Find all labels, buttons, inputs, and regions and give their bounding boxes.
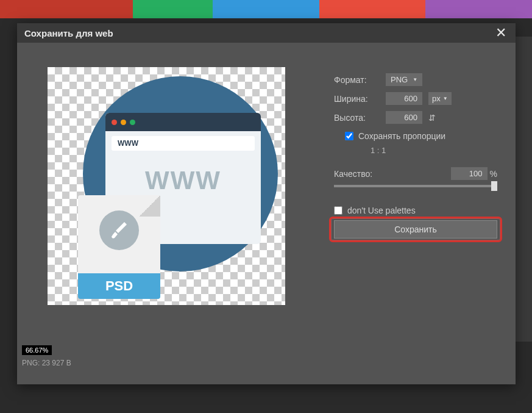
palettes-row: don't Use palettes: [334, 206, 497, 215]
save-button-row: Сохранить: [334, 220, 497, 239]
preview-area: WWW WWW PSD 66.67% PNG: 23 927 B: [17, 43, 322, 384]
preview-canvas: WWW WWW PSD: [48, 67, 285, 305]
width-row: Ширина: px ▼: [334, 92, 497, 105]
quality-row: Качество: %: [334, 167, 497, 180]
psd-file-icon: PSD: [78, 195, 160, 299]
aspect-ratio-text: 1 : 1: [371, 146, 497, 155]
palettes-checkbox[interactable]: [334, 206, 342, 215]
keep-proportions-checkbox[interactable]: [345, 132, 353, 140]
keep-proportions-label: Сохранять пропорции: [358, 131, 445, 141]
slider-thumb[interactable]: [491, 181, 497, 191]
swap-dimensions-icon[interactable]: ⇵: [428, 113, 436, 123]
settings-panel: Формат: PNG ▼ Ширина: px ▼ Высота: ⇵: [322, 43, 516, 384]
width-unit-select[interactable]: px ▼: [428, 92, 452, 105]
width-label: Ширина:: [334, 94, 380, 104]
quality-input[interactable]: [451, 167, 488, 180]
file-fold-corner: [139, 195, 160, 217]
window-dot-green: [130, 120, 135, 125]
chevron-down-icon: ▼: [443, 96, 448, 101]
save-button[interactable]: Сохранить: [334, 220, 497, 239]
format-value: PNG: [391, 75, 408, 84]
app-color-bar: [0, 0, 532, 18]
format-label: Формат:: [334, 75, 380, 85]
window-dot-red: [112, 120, 117, 125]
close-icon[interactable]: ✕: [494, 26, 508, 40]
format-select[interactable]: PNG ▼: [386, 73, 422, 86]
height-row: Высота: ⇵: [334, 111, 497, 124]
height-input[interactable]: [386, 111, 422, 124]
dialog-title: Сохранить для web: [24, 28, 113, 38]
psd-badge: PSD: [78, 273, 160, 299]
browser-url-bar: WWW: [112, 136, 255, 151]
chevron-down-icon: ▼: [413, 77, 417, 82]
zoom-level: 66.67%: [22, 345, 52, 355]
dialog-body: WWW WWW PSD 66.67% PNG: 23 927 B: [17, 43, 516, 384]
format-row: Формат: PNG ▼: [334, 73, 497, 86]
palettes-label: don't Use palettes: [347, 206, 416, 215]
save-for-web-dialog: Сохранить для web ✕ WWW WWW: [17, 23, 516, 384]
file-size-info: PNG: 23 927 B: [22, 359, 71, 367]
proportions-row: Сохранять пропорции: [345, 131, 497, 141]
dialog-header: Сохранить для web ✕: [17, 23, 516, 43]
window-dot-yellow: [121, 120, 126, 125]
height-label: Высота:: [334, 113, 380, 123]
width-unit: px: [432, 94, 441, 103]
quality-unit: %: [490, 169, 497, 179]
brush-icon: [99, 210, 139, 250]
quality-slider[interactable]: [334, 185, 497, 187]
right-side-panel: [516, 37, 532, 342]
www-text: WWW: [105, 166, 261, 195]
quality-value-group: %: [451, 167, 497, 180]
width-input[interactable]: [386, 92, 422, 105]
quality-label: Качество:: [334, 169, 372, 179]
browser-titlebar: [105, 113, 261, 131]
